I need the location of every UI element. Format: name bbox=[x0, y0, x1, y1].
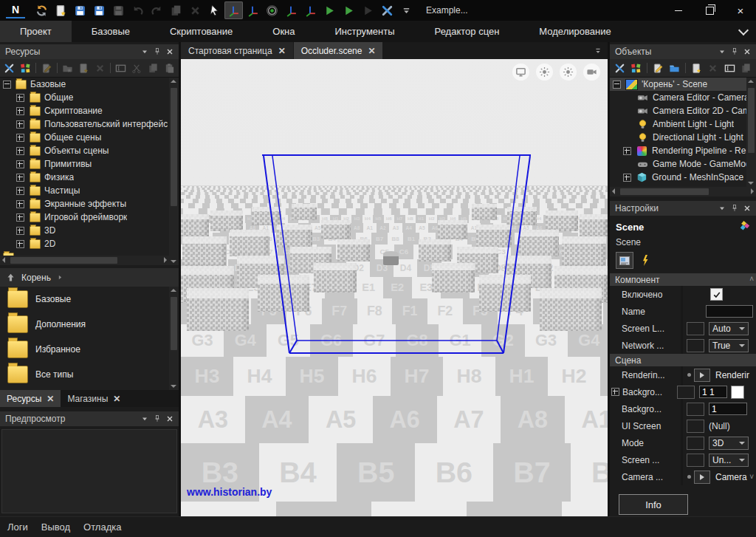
tab-close-icon[interactable]: ✕ bbox=[368, 46, 375, 56]
expand-icon[interactable] bbox=[611, 388, 619, 396]
menu-scene-editor[interactable]: Редактор сцен bbox=[415, 21, 520, 42]
statusbar-item-0[interactable]: Логи bbox=[7, 521, 28, 533]
expand-icon[interactable] bbox=[623, 147, 631, 155]
objects-pin-button[interactable] bbox=[728, 47, 740, 58]
app-logo[interactable]: N bbox=[6, 2, 25, 18]
tab-close-icon[interactable]: ✕ bbox=[113, 394, 120, 404]
folder-list-item[interactable]: Базовые bbox=[0, 287, 179, 312]
breadcrumb-root[interactable]: Корень bbox=[21, 273, 51, 283]
property-row[interactable]: Backgro...1 bbox=[610, 400, 756, 417]
document-tab[interactable]: Occluder.scene✕ bbox=[294, 42, 383, 59]
property-row[interactable]: Camera ...Camera˅ bbox=[610, 468, 756, 485]
objects-tree-vscrollbar[interactable] bbox=[746, 78, 756, 187]
default-value-box[interactable] bbox=[687, 339, 704, 352]
settings-dropdown-button[interactable] bbox=[715, 203, 728, 214]
settings-pin-button[interactable] bbox=[728, 203, 740, 214]
resources-rename-button[interactable] bbox=[114, 61, 128, 75]
statusbar-item-2[interactable]: Отладка bbox=[83, 521, 121, 533]
tree-item[interactable]: Примитивы bbox=[0, 157, 179, 171]
property-row[interactable]: Mode3D bbox=[610, 434, 756, 451]
tree-item[interactable]: Общее сцены bbox=[0, 131, 179, 144]
duplicate-button[interactable] bbox=[167, 1, 185, 19]
folder-list-item[interactable]: Дополнения bbox=[0, 312, 179, 337]
reference-button[interactable] bbox=[694, 369, 710, 382]
save-button[interactable] bbox=[71, 1, 89, 19]
rotate-ring-button[interactable] bbox=[263, 1, 281, 19]
tree-item[interactable]: 3D bbox=[0, 224, 179, 237]
rotate-tool-button[interactable] bbox=[244, 1, 262, 19]
folder-list-vscrollbar[interactable] bbox=[169, 287, 179, 390]
objects-copy-button[interactable] bbox=[738, 61, 754, 75]
viewport-brightness-button[interactable] bbox=[536, 64, 553, 81]
resources-tree-hscrollbar[interactable] bbox=[0, 256, 169, 265]
expand-icon[interactable] bbox=[623, 174, 631, 182]
play-button[interactable] bbox=[320, 1, 339, 19]
property-dropdown[interactable]: Un... bbox=[709, 454, 749, 467]
play-2-button[interactable] bbox=[340, 1, 358, 19]
default-value-box[interactable] bbox=[687, 420, 704, 433]
menu-tools[interactable]: Инструменты bbox=[315, 21, 415, 42]
scene-viewport[interactable]: H3H4H5H6H7H8H1H2H3H4H5H6H7H8H1H2H3H4H5H6… bbox=[181, 59, 608, 517]
move-tool-button[interactable] bbox=[224, 1, 243, 19]
menu-project[interactable]: Проект bbox=[0, 21, 72, 42]
reference-button[interactable] bbox=[694, 471, 710, 484]
redo-button[interactable] bbox=[148, 1, 166, 19]
preview-close-button[interactable] bbox=[163, 414, 176, 425]
color-value-input[interactable]: 1 1 bbox=[699, 386, 727, 398]
expand-icon[interactable] bbox=[16, 213, 24, 222]
objects-dropdown-button[interactable] bbox=[715, 47, 728, 58]
preview-dropdown-button[interactable] bbox=[138, 414, 151, 425]
property-row[interactable]: Backgro...1 1 bbox=[610, 383, 756, 400]
expand-icon[interactable] bbox=[16, 187, 24, 195]
expand-icon[interactable] bbox=[16, 94, 24, 102]
folder-list-item[interactable]: Избранное bbox=[0, 337, 179, 362]
expand-icon[interactable] bbox=[16, 160, 24, 168]
default-value-box[interactable] bbox=[687, 322, 704, 335]
panel-tab-stores[interactable]: Магазины✕ bbox=[61, 390, 127, 407]
select-tool-button[interactable] bbox=[205, 1, 224, 19]
menu-overflow-button[interactable] bbox=[731, 21, 756, 42]
enabled-checkbox[interactable] bbox=[710, 288, 723, 301]
default-value-box[interactable] bbox=[677, 386, 695, 399]
property-row[interactable]: UI Screen(Null) bbox=[610, 417, 756, 434]
tree-item[interactable]: Скриптование bbox=[0, 104, 179, 117]
tree-item[interactable]: 2D bbox=[0, 237, 179, 250]
scale-tool-button[interactable] bbox=[282, 1, 300, 19]
tree-item[interactable]: Игровой фреймворк bbox=[0, 211, 179, 224]
property-row[interactable]: Renderin...Renderir bbox=[610, 366, 756, 383]
scroll-up-icon[interactable]: ˄ bbox=[749, 275, 754, 283]
restore-button[interactable] bbox=[694, 0, 725, 21]
objects-addons-button[interactable] bbox=[629, 61, 645, 75]
property-row[interactable]: Name bbox=[610, 303, 756, 320]
menu-scripting[interactable]: Скриптование bbox=[150, 21, 252, 42]
default-value-box[interactable] bbox=[687, 454, 704, 467]
tab-list-button[interactable] bbox=[588, 42, 608, 59]
transform-tool-button[interactable] bbox=[301, 1, 320, 19]
objects-tree-hscrollbar[interactable] bbox=[610, 187, 756, 196]
property-dropdown[interactable]: 3D bbox=[709, 437, 749, 450]
scroll-down-icon[interactable]: ˅ bbox=[749, 473, 754, 481]
info-button[interactable]: Info bbox=[619, 494, 688, 515]
panel-tab-resources[interactable]: Ресурсы✕ bbox=[0, 390, 61, 407]
scene-root-item[interactable]: 'Корень' - Scene bbox=[610, 78, 756, 91]
resources-pin-button[interactable] bbox=[151, 47, 163, 58]
resources-dropdown-button[interactable] bbox=[138, 47, 151, 58]
new-resource-button[interactable] bbox=[52, 1, 70, 19]
objects-delete-button[interactable] bbox=[705, 61, 721, 75]
expand-icon[interactable] bbox=[16, 120, 24, 129]
tab-close-icon[interactable]: ✕ bbox=[278, 46, 286, 56]
tree-item-root[interactable]: Базовые bbox=[0, 78, 179, 91]
undo-button[interactable] bbox=[128, 1, 147, 19]
tree-item[interactable]: Объекты сцены bbox=[0, 144, 179, 157]
resources-new-resource-button[interactable] bbox=[77, 61, 92, 75]
tree-item[interactable]: Пользовательский интерфейс bbox=[0, 117, 179, 131]
preview-pin-button[interactable] bbox=[151, 414, 163, 425]
menu-windows[interactable]: Окна bbox=[252, 21, 315, 42]
viewport-camera-button[interactable] bbox=[583, 64, 600, 81]
resources-copy-button[interactable] bbox=[146, 61, 161, 75]
property-row[interactable]: Screen L...Auto bbox=[610, 320, 756, 337]
property-row[interactable]: Network ...True bbox=[610, 337, 756, 354]
tools-button[interactable] bbox=[378, 1, 396, 19]
tree-item[interactable]: Частицы bbox=[0, 184, 179, 197]
tree-item[interactable]: Экранные эффекты bbox=[0, 197, 179, 211]
